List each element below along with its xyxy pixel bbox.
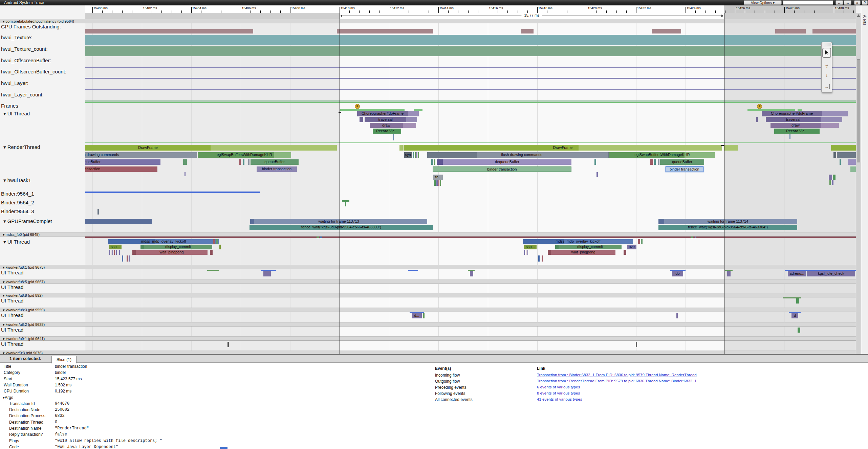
- trace-slice[interactable]: ssp...: [524, 245, 537, 249]
- frame-marker[interactable]: F: [757, 104, 762, 109]
- trace-slice[interactable]: waiting for frame 113713: [250, 219, 427, 224]
- move-icon: ↔↕: [824, 62, 829, 67]
- trace-slice[interactable]: d: [791, 313, 798, 318]
- palette-drag-handle[interactable]: [823, 43, 830, 46]
- trace-slice[interactable]: Choreographer#doFrame: [762, 111, 822, 116]
- trace-slice[interactable]: display_commit: [144, 245, 212, 249]
- trace-slice[interactable]: binder transaction: [85, 166, 157, 172]
- trace-slice[interactable]: Choreographer#doFrame: [357, 111, 408, 116]
- trace-slice[interactable]: binder transaction: [433, 166, 571, 172]
- trace-slice[interactable]: waiting for frame 113714: [658, 219, 797, 224]
- alerts-tab[interactable]: Alerts: [861, 5, 868, 354]
- sidebar-thread-toggle[interactable]: ▾ hwuiTask1: [3, 177, 31, 183]
- trace-slice[interactable]: mdss_mdp_overlay_kickoff: [108, 239, 219, 244]
- select-tool-button[interactable]: [822, 48, 831, 58]
- trace-slice[interactable]: binder transaction: [257, 166, 297, 172]
- trace-slice[interactable]: Record Vie...: [774, 129, 820, 134]
- trace-slice-fragment: [785, 270, 856, 271]
- trace-slice[interactable]: wait_pingpong: [136, 250, 208, 255]
- trace-slice[interactable]: eglSwapBuffersWithDamageKHR: [609, 152, 715, 158]
- trace-slice-fragment: [85, 67, 856, 68]
- trace-slice[interactable]: adreno...: [788, 271, 806, 276]
- trace-slice[interactable]: dequeueBuffer: [443, 159, 571, 165]
- analysis-panel: 1 item selected: Slice (1) Titlebinder t…: [0, 354, 868, 449]
- process-header[interactable]: ▾ mdss_fb0 (pid 6848): [0, 232, 856, 237]
- scroll-up-arrow-icon[interactable]: [857, 14, 860, 17]
- process-header[interactable]: ▾ kworker/u8:2 (pid 9628): [0, 322, 856, 327]
- trace-slice[interactable]: display_commit: [559, 245, 622, 249]
- trace-slice[interactable]: sh...: [433, 175, 443, 180]
- trace-slice[interactable]: traversal: [766, 117, 821, 122]
- trace-slice-fragment: [850, 166, 856, 172]
- selected-trace-slice[interactable]: binder transaction: [666, 166, 703, 172]
- event-link[interactable]: Transaction from : RenderThread From PID…: [537, 379, 697, 383]
- process-header[interactable]: ▾ kworker/u9:1 (pid 9641): [0, 336, 856, 341]
- process-header[interactable]: ▾ kworker/u8:3 (pid 9559): [0, 308, 856, 312]
- detail-value: 944670: [55, 401, 69, 406]
- trace-slice[interactable]: d...: [412, 313, 422, 318]
- trace-slice[interactable]: queueBuffer: [660, 159, 704, 165]
- selection-strip: 1 item selected: Slice (1): [0, 355, 868, 363]
- trace-slice[interactable]: mdss_mdp_overlay_kickoff: [523, 239, 633, 244]
- trace-slice[interactable]: draw: [771, 123, 821, 128]
- process-header[interactable]: ▾ kworker/u8:5 (pid 9667): [0, 279, 856, 284]
- timing-tool-button[interactable]: ↔: [823, 82, 831, 91]
- sidebar-thread-toggle[interactable]: ▾ RenderThread: [3, 144, 40, 150]
- trace-slice[interactable]: traversal: [365, 117, 406, 122]
- track-sidebar: GPU Frames Outstanding:hwui_Texture:hwui…: [0, 5, 85, 354]
- trace-slice-fragment: [85, 237, 856, 238]
- scrollbar-thumb[interactable]: [857, 59, 860, 162]
- trace-slice[interactable]: queueBuffer: [251, 159, 299, 165]
- trace-slice[interactable]: wait_pingpong: [551, 250, 615, 255]
- trace-slice-fragment: [114, 250, 115, 255]
- sidebar-thread-toggle[interactable]: ▾ UI Thread: [3, 111, 30, 117]
- process-header[interactable]: ▾ kworker/u8:8 (pid 892): [0, 293, 856, 297]
- trace-slice[interactable]: syn: [404, 152, 412, 158]
- trace-slice[interactable]: ssp...: [109, 245, 122, 249]
- event-link[interactable]: 6 events of various types: [537, 385, 580, 389]
- sidebar-thread-toggle[interactable]: ▾ UI Thread: [3, 239, 30, 245]
- slice-tab[interactable]: Slice (1): [51, 356, 77, 363]
- event-flow-label: Preceding events: [435, 385, 466, 390]
- trace-slice[interactable]: fence_wait("kgsl-3d0-pid-9564-ctx-6-ts-4…: [249, 225, 433, 230]
- event-link[interactable]: 8 events of various types: [537, 391, 580, 395]
- trace-slice[interactable]: fence_wait("kgsl-3d0-pid-9564-ctx-6-ts-4…: [658, 225, 797, 230]
- trace-slice-fragment: [652, 29, 681, 33]
- nav-forward-button[interactable]: →: [844, 0, 851, 5]
- event-link[interactable]: 41 events of various types: [537, 397, 582, 401]
- detail-value: "0x6 Java Layer Dependent": [55, 445, 118, 449]
- detail-row: Destination Node250602: [9, 407, 40, 412]
- zoom-tool-button[interactable]: ↓: [823, 71, 831, 80]
- nav-back-button[interactable]: ←: [836, 0, 843, 5]
- trace-slice[interactable]: do: [672, 271, 683, 276]
- trace-slice[interactable]: kgsl_idle_check: [807, 271, 855, 276]
- trace-slice[interactable]: flush drawing commands: [85, 152, 197, 158]
- trace-slice-fragment: [695, 237, 696, 238]
- pan-tool-button[interactable]: ↔↕: [823, 60, 831, 69]
- selection-count-label: 1 item selected:: [9, 356, 41, 361]
- trace-slice[interactable]: queueBuffer: [85, 159, 160, 165]
- trace-slice[interactable]: flush drawing commands: [427, 152, 616, 158]
- trace-slice[interactable]: draw: [370, 123, 403, 128]
- measurement-line[interactable]: [724, 13, 724, 354]
- search-input[interactable]: [783, 0, 833, 5]
- trace-slice[interactable]: DrawFrame: [404, 145, 722, 151]
- vertical-scrollbar[interactable]: [856, 13, 861, 354]
- detail-label[interactable]: ▾Args: [3, 395, 13, 400]
- event-row: Outgoing flowTransaction from : RenderTh…: [435, 379, 460, 384]
- bottom-scroll-indicator[interactable]: [220, 447, 227, 449]
- trace-slice[interactable]: Record Vie...: [373, 129, 401, 134]
- process-header[interactable]: ▾ com.prefabulated.touchlatency (pid 956…: [0, 19, 856, 23]
- trace-slice[interactable]: ove: [627, 245, 636, 249]
- trace-tracks-area[interactable]: Choreographer#doFrametraversaldrawRecord…: [85, 19, 856, 354]
- nav-more-button[interactable]: »: [854, 0, 861, 5]
- process-header[interactable]: ▾ kworker/u8:1 (pid 9673): [0, 265, 856, 269]
- view-options-button[interactable]: View Options ▾: [744, 0, 782, 5]
- help-button[interactable]: ?: [862, 0, 868, 5]
- event-link[interactable]: Transaction from : Binder:6832_1 From PI…: [537, 373, 697, 377]
- event-row: Preceding events6 events of various type…: [435, 385, 466, 390]
- frame-marker[interactable]: F: [355, 104, 360, 109]
- trace-slice[interactable]: DrawFrame: [85, 145, 211, 151]
- measurement-line[interactable]: [340, 13, 340, 354]
- sidebar-thread-toggle[interactable]: ▾ GPUFrameComplet: [3, 218, 52, 224]
